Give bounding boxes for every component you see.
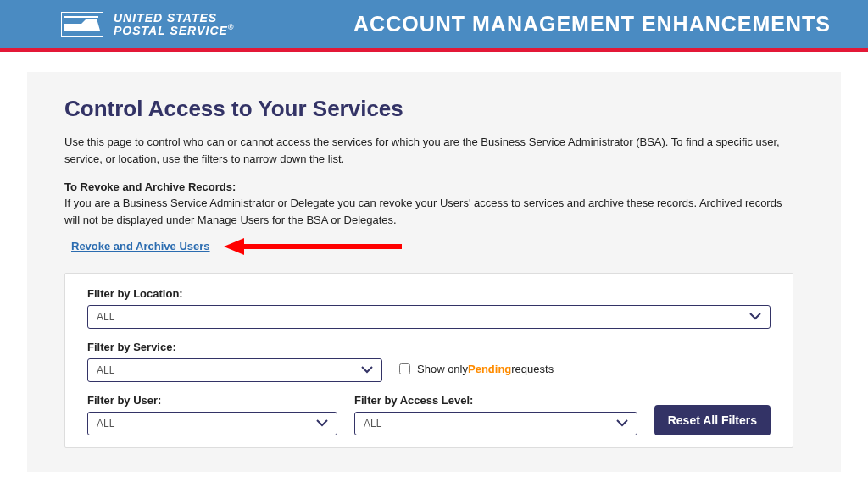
header-title: ACCOUNT MANAGEMENT ENHANCEMENTS bbox=[353, 12, 848, 36]
logo-text: UNITED STATES POSTAL SERVICE® bbox=[114, 12, 234, 36]
filter-location-label: Filter by Location: bbox=[87, 287, 771, 300]
content-area: Control Access to Your Services Use this… bbox=[27, 72, 841, 472]
filter-user-value: ALL bbox=[97, 418, 114, 430]
chevron-down-icon bbox=[361, 366, 373, 374]
pending-word: Pending bbox=[468, 363, 511, 375]
filter-access-select[interactable]: ALL bbox=[354, 412, 637, 435]
pending-checkbox-wrap[interactable]: Show only Pending requests bbox=[399, 363, 554, 382]
revoke-body: If you are a Business Service Administra… bbox=[64, 195, 793, 228]
usps-logo: UNITED STATES POSTAL SERVICE® bbox=[61, 12, 234, 37]
filter-panel: Filter by Location: ALL Filter by Servic… bbox=[64, 273, 793, 448]
filter-service-value: ALL bbox=[97, 364, 114, 376]
chevron-down-icon bbox=[316, 419, 328, 428]
filter-service-select[interactable]: ALL bbox=[87, 358, 382, 382]
reset-filters-button[interactable]: Reset All Filters bbox=[654, 405, 771, 435]
pending-suffix: requests bbox=[511, 363, 554, 375]
filter-location-value: ALL bbox=[97, 311, 114, 323]
filter-access-label: Filter by Access Level: bbox=[354, 394, 637, 407]
page-title: Control Access to Your Services bbox=[64, 96, 793, 122]
logo-line1: UNITED STATES bbox=[114, 12, 234, 24]
filter-location-select[interactable]: ALL bbox=[87, 305, 771, 329]
usps-eagle-icon bbox=[61, 12, 103, 37]
revoke-link-row: Revoke and Archive Users bbox=[71, 240, 793, 252]
filter-access-value: ALL bbox=[364, 418, 381, 430]
logo-line2: POSTAL SERVICE® bbox=[114, 24, 234, 36]
chevron-down-icon bbox=[749, 313, 761, 321]
header-bar: UNITED STATES POSTAL SERVICE® ACCOUNT MA… bbox=[0, 0, 868, 48]
chevron-down-icon bbox=[616, 419, 628, 428]
callout-arrow-icon bbox=[224, 241, 402, 252]
revoke-heading: To Revoke and Archive Records: bbox=[64, 180, 793, 193]
pending-prefix: Show only bbox=[417, 363, 468, 375]
filter-service-label: Filter by Service: bbox=[87, 341, 382, 353]
intro-text: Use this page to control who can or cann… bbox=[64, 134, 793, 167]
pending-checkbox[interactable] bbox=[399, 363, 410, 374]
revoke-archive-link[interactable]: Revoke and Archive Users bbox=[71, 240, 210, 252]
filter-user-select[interactable]: ALL bbox=[87, 412, 337, 435]
filter-user-label: Filter by User: bbox=[87, 394, 337, 407]
